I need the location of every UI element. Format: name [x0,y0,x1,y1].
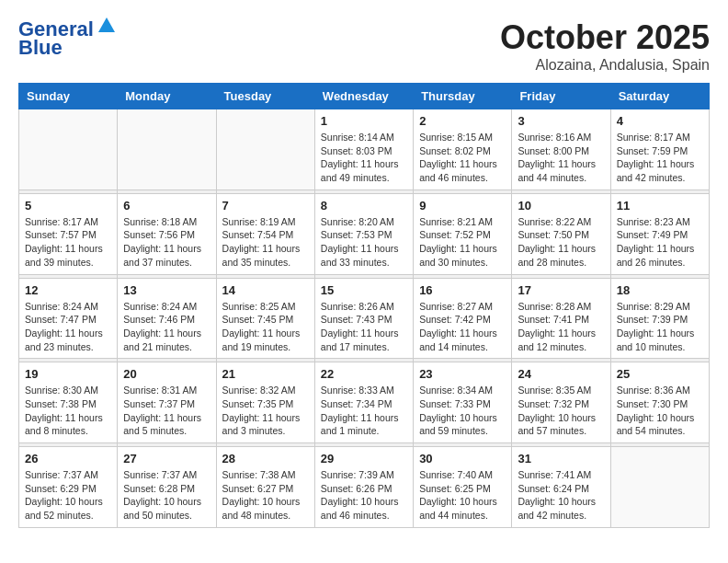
calendar-header-row: Sunday Monday Tuesday Wednesday Thursday… [19,84,710,109]
day-number: 18 [617,283,703,297]
day-number: 20 [123,367,210,381]
svg-marker-0 [98,17,115,32]
day-number: 8 [321,199,407,213]
day-number: 31 [518,452,604,465]
calendar-day: 31Sunrise: 7:41 AMSunset: 6:24 PMDayligh… [512,447,610,528]
col-tuesday: Tuesday [216,84,314,109]
day-info: Sunrise: 7:37 AMSunset: 6:28 PMDaylight:… [123,468,210,523]
day-info: Sunrise: 7:38 AMSunset: 6:27 PMDaylight:… [222,468,309,523]
calendar-day [118,109,216,190]
col-saturday: Saturday [610,84,709,109]
day-number: 6 [123,199,210,213]
day-number: 22 [321,367,407,381]
day-info: Sunrise: 8:28 AMSunset: 7:41 PMDaylight:… [518,300,604,354]
day-info: Sunrise: 8:35 AMSunset: 7:32 PMDaylight:… [518,384,604,438]
day-number: 16 [419,283,506,297]
day-number: 30 [419,452,506,465]
day-number: 28 [222,452,309,465]
day-number: 13 [123,283,210,297]
day-number: 29 [321,452,407,465]
day-info: Sunrise: 8:33 AMSunset: 7:34 PMDaylight:… [321,384,407,438]
day-info: Sunrise: 8:23 AMSunset: 7:49 PMDaylight:… [617,215,703,270]
calendar-day [216,109,314,190]
calendar-day: 7Sunrise: 8:19 AMSunset: 7:54 PMDaylight… [216,193,314,274]
calendar-day: 6Sunrise: 8:18 AMSunset: 7:56 PMDaylight… [118,193,216,274]
col-thursday: Thursday [414,84,512,109]
calendar-day: 12Sunrise: 8:24 AMSunset: 7:47 PMDayligh… [19,278,118,359]
calendar-week-row: 5Sunrise: 8:17 AMSunset: 7:57 PMDaylight… [19,193,710,274]
calendar-week-row: 12Sunrise: 8:24 AMSunset: 7:47 PMDayligh… [19,278,710,359]
calendar-day: 20Sunrise: 8:31 AMSunset: 7:37 PMDayligh… [118,362,216,443]
day-number: 24 [518,367,604,381]
day-number: 7 [222,199,309,213]
day-number: 3 [518,114,604,128]
day-number: 11 [617,199,703,213]
day-info: Sunrise: 8:18 AMSunset: 7:56 PMDaylight:… [123,215,210,270]
calendar-day: 16Sunrise: 8:27 AMSunset: 7:42 PMDayligh… [414,278,512,359]
day-number: 1 [321,114,407,128]
col-monday: Monday [118,84,216,109]
calendar-day: 8Sunrise: 8:20 AMSunset: 7:53 PMDaylight… [314,193,413,274]
calendar-day: 9Sunrise: 8:21 AMSunset: 7:52 PMDaylight… [414,193,512,274]
day-number: 9 [419,199,506,213]
col-friday: Friday [512,84,610,109]
day-info: Sunrise: 8:29 AMSunset: 7:39 PMDaylight:… [617,300,703,354]
day-info: Sunrise: 7:39 AMSunset: 6:26 PMDaylight:… [321,468,407,523]
day-info: Sunrise: 8:25 AMSunset: 7:45 PMDaylight:… [222,300,309,354]
calendar-day: 30Sunrise: 7:40 AMSunset: 6:25 PMDayligh… [414,447,512,528]
calendar-day: 4Sunrise: 8:17 AMSunset: 7:59 PMDaylight… [610,109,709,190]
day-number: 17 [518,283,604,297]
day-number: 27 [123,452,210,465]
day-number: 2 [419,114,506,128]
day-number: 12 [25,283,111,297]
day-info: Sunrise: 8:27 AMSunset: 7:42 PMDaylight:… [419,300,506,354]
calendar-day [19,109,118,190]
day-info: Sunrise: 8:26 AMSunset: 7:43 PMDaylight:… [321,300,407,354]
calendar-table: Sunday Monday Tuesday Wednesday Thursday… [18,83,710,528]
calendar-day: 17Sunrise: 8:28 AMSunset: 7:41 PMDayligh… [512,278,610,359]
day-info: Sunrise: 8:19 AMSunset: 7:54 PMDaylight:… [222,215,309,270]
calendar-day: 29Sunrise: 7:39 AMSunset: 6:26 PMDayligh… [314,447,413,528]
day-info: Sunrise: 8:21 AMSunset: 7:52 PMDaylight:… [419,215,506,270]
day-info: Sunrise: 8:30 AMSunset: 7:38 PMDaylight:… [25,384,111,438]
day-number: 23 [419,367,506,381]
logo: General Blue [18,18,117,59]
calendar-week-row: 19Sunrise: 8:30 AMSunset: 7:38 PMDayligh… [19,362,710,443]
day-info: Sunrise: 8:31 AMSunset: 7:37 PMDaylight:… [123,384,210,438]
day-info: Sunrise: 8:34 AMSunset: 7:33 PMDaylight:… [419,384,506,438]
month-title: October 2025 [500,18,710,57]
calendar-day: 28Sunrise: 7:38 AMSunset: 6:27 PMDayligh… [216,447,314,528]
day-info: Sunrise: 8:15 AMSunset: 8:02 PMDaylight:… [419,131,506,185]
col-wednesday: Wednesday [314,84,413,109]
calendar-day: 11Sunrise: 8:23 AMSunset: 7:49 PMDayligh… [610,193,709,274]
calendar-day: 1Sunrise: 8:14 AMSunset: 8:03 PMDaylight… [314,109,413,190]
day-info: Sunrise: 8:20 AMSunset: 7:53 PMDaylight:… [321,215,407,270]
day-number: 15 [321,283,407,297]
logo-triangle-icon [97,16,117,36]
calendar-day: 24Sunrise: 8:35 AMSunset: 7:32 PMDayligh… [512,362,610,443]
calendar-day: 10Sunrise: 8:22 AMSunset: 7:50 PMDayligh… [512,193,610,274]
location: Alozaina, Andalusia, Spain [500,57,710,74]
day-info: Sunrise: 8:14 AMSunset: 8:03 PMDaylight:… [321,131,407,185]
calendar-day: 19Sunrise: 8:30 AMSunset: 7:38 PMDayligh… [19,362,118,443]
calendar-day [610,447,709,528]
calendar-week-row: 26Sunrise: 7:37 AMSunset: 6:29 PMDayligh… [19,447,710,528]
day-info: Sunrise: 8:32 AMSunset: 7:35 PMDaylight:… [222,384,309,438]
calendar-day: 3Sunrise: 8:16 AMSunset: 8:00 PMDaylight… [512,109,610,190]
day-info: Sunrise: 7:37 AMSunset: 6:29 PMDaylight:… [25,468,111,523]
day-number: 14 [222,283,309,297]
day-info: Sunrise: 7:41 AMSunset: 6:24 PMDaylight:… [518,468,604,523]
day-number: 25 [617,367,703,381]
calendar-day: 23Sunrise: 8:34 AMSunset: 7:33 PMDayligh… [414,362,512,443]
day-info: Sunrise: 8:24 AMSunset: 7:47 PMDaylight:… [25,300,111,354]
calendar-week-row: 1Sunrise: 8:14 AMSunset: 8:03 PMDaylight… [19,109,710,190]
day-info: Sunrise: 8:17 AMSunset: 7:57 PMDaylight:… [25,215,111,270]
calendar-day: 13Sunrise: 8:24 AMSunset: 7:46 PMDayligh… [118,278,216,359]
calendar-day: 5Sunrise: 8:17 AMSunset: 7:57 PMDaylight… [19,193,118,274]
day-info: Sunrise: 7:40 AMSunset: 6:25 PMDaylight:… [419,468,506,523]
col-sunday: Sunday [19,84,118,109]
calendar-day: 2Sunrise: 8:15 AMSunset: 8:02 PMDaylight… [414,109,512,190]
day-number: 5 [25,199,111,213]
day-info: Sunrise: 8:16 AMSunset: 8:00 PMDaylight:… [518,131,604,185]
day-number: 10 [518,199,604,213]
